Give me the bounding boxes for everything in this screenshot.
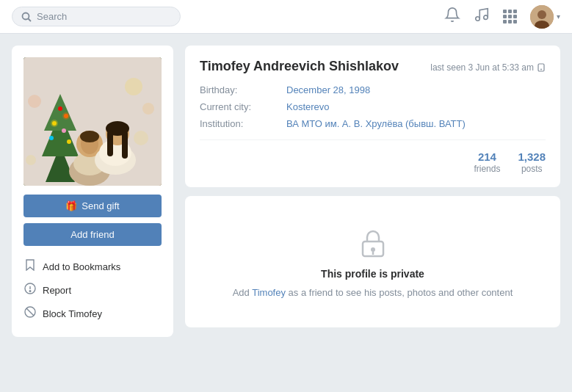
search-bar[interactable]: Search (12, 7, 181, 26)
apps-icon[interactable] (503, 10, 517, 23)
block-item[interactable]: Block Timofey (23, 302, 162, 325)
block-label: Block Timofey (43, 308, 102, 319)
posts-label: posts (521, 164, 543, 174)
nav-icons: ▾ (444, 5, 560, 29)
private-highlight: Timofey (252, 287, 286, 298)
private-description: Add Timofey as a friend to see his posts… (233, 287, 513, 298)
city-value: Kosterevo (286, 101, 330, 112)
gift-icon: 🎁 (65, 200, 77, 211)
search-icon (21, 12, 32, 22)
birthday-label: Birthday: (200, 84, 280, 95)
svg-point-3 (484, 15, 488, 19)
svg-point-31 (125, 78, 142, 95)
svg-point-39 (29, 291, 31, 292)
svg-marker-36 (26, 260, 34, 270)
add-bookmarks-label: Add to Bookmarks (43, 261, 120, 272)
private-title: This profile is private (321, 268, 424, 280)
svg-point-35 (26, 155, 36, 165)
posts-stat[interactable]: 1,328 posts (518, 150, 546, 174)
private-profile-card: This profile is private Add Timofey as a… (185, 196, 560, 327)
send-gift-label: Send gift (82, 200, 119, 211)
send-gift-button[interactable]: 🎁 Send gift (23, 195, 162, 217)
city-label: Current city: (200, 101, 280, 112)
user-avatar-menu[interactable]: ▾ (530, 5, 560, 29)
posts-count: 1,328 (518, 150, 546, 163)
svg-point-34 (28, 95, 41, 108)
institution-label: Institution: (200, 118, 280, 129)
svg-point-16 (67, 139, 71, 144)
svg-point-19 (62, 112, 70, 120)
svg-point-0 (23, 12, 29, 19)
last-seen-text: last seen 3 Jun at 5:33 am (430, 62, 534, 73)
last-seen: last seen 3 Jun at 5:33 am (430, 62, 546, 73)
music-icon[interactable] (474, 7, 490, 26)
add-friend-label: Add friend (70, 229, 114, 240)
block-icon (23, 306, 37, 321)
svg-point-24 (80, 131, 99, 142)
search-placeholder: Search (37, 11, 67, 22)
mobile-icon (537, 63, 546, 72)
profile-name: Timofey Andreevich Shishlakov (200, 59, 399, 74)
institution-value: ВА МТО им. А. В. Хрулёва (бывш. ВАТТ) (286, 118, 466, 129)
svg-point-17 (62, 128, 66, 133)
top-nav: Search (0, 0, 572, 34)
svg-point-45 (371, 247, 375, 252)
bookmark-icon (23, 259, 37, 274)
friends-label: friends (474, 164, 500, 174)
birthday-value: December 28, 1998 (286, 84, 370, 95)
report-item[interactable]: Report (23, 278, 162, 302)
left-panel: 🎁 Send gift Add friend Add to Bookmarks (12, 46, 173, 337)
svg-point-33 (134, 131, 148, 145)
main-layout: 🎁 Send gift Add friend Add to Bookmarks (0, 34, 572, 392)
report-icon (23, 283, 37, 297)
svg-point-15 (49, 136, 54, 140)
friends-stat[interactable]: 214 friends (474, 150, 500, 174)
right-panel: Timofey Andreevich Shishlakov last seen … (185, 46, 560, 380)
svg-rect-42 (538, 64, 544, 71)
birthday-row: Birthday: December 28, 1998 (200, 84, 546, 95)
svg-point-2 (476, 17, 480, 21)
institution-row: Institution: ВА МТО им. А. В. Хрулёва (б… (200, 118, 546, 129)
profile-name-row: Timofey Andreevich Shishlakov last seen … (200, 59, 546, 74)
svg-line-1 (29, 18, 32, 21)
profile-info-card: Timofey Andreevich Shishlakov last seen … (185, 46, 560, 187)
avatar (530, 5, 554, 29)
chevron-down-icon: ▾ (557, 12, 560, 21)
svg-rect-29 (107, 131, 113, 156)
stats-row: 214 friends 1,328 posts (200, 139, 546, 174)
lock-icon (355, 225, 391, 261)
add-bookmarks-item[interactable]: Add to Bookmarks (23, 255, 162, 278)
svg-point-5 (537, 10, 546, 19)
svg-line-41 (26, 308, 34, 316)
profile-photo (23, 57, 162, 186)
svg-rect-30 (122, 131, 128, 159)
city-row: Current city: Kosterevo (200, 101, 546, 112)
svg-point-32 (142, 103, 154, 115)
bell-icon[interactable] (444, 7, 460, 26)
add-friend-button[interactable]: Add friend (23, 223, 162, 246)
svg-point-18 (51, 120, 58, 127)
svg-point-14 (58, 106, 62, 111)
friends-count: 214 (474, 150, 500, 163)
report-label: Report (43, 285, 71, 296)
